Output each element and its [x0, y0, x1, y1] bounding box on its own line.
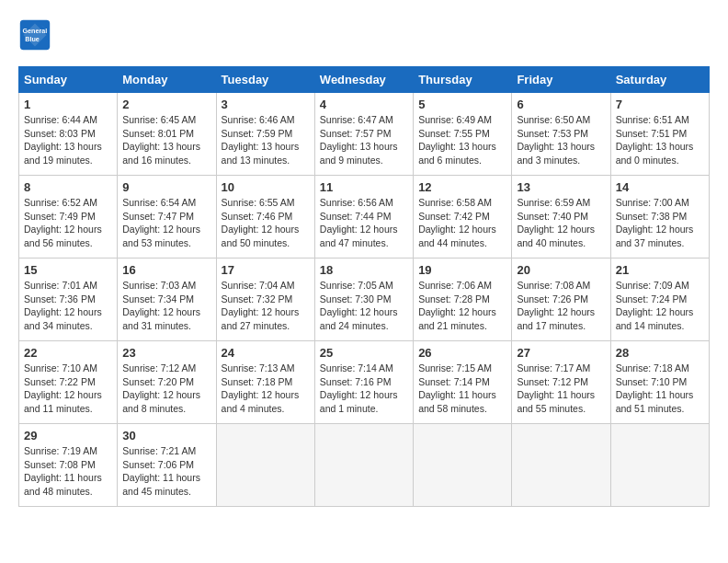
calendar-cell: 15Sunrise: 7:01 AM Sunset: 7:36 PM Dayli…	[19, 259, 118, 341]
calendar-cell: 17Sunrise: 7:04 AM Sunset: 7:32 PM Dayli…	[216, 259, 314, 341]
day-info: Sunrise: 6:52 AM Sunset: 7:49 PM Dayligh…	[24, 196, 112, 250]
calendar-cell: 26Sunrise: 7:15 AM Sunset: 7:14 PM Dayli…	[414, 341, 512, 424]
day-info: Sunrise: 7:05 AM Sunset: 7:30 PM Dayligh…	[320, 279, 408, 333]
calendar-cell: 10Sunrise: 6:55 AM Sunset: 7:46 PM Dayli…	[216, 176, 314, 259]
day-number: 4	[320, 98, 408, 111]
calendar-cell: 25Sunrise: 7:14 AM Sunset: 7:16 PM Dayli…	[314, 341, 413, 424]
calendar-cell: 13Sunrise: 6:59 AM Sunset: 7:40 PM Dayli…	[512, 176, 610, 259]
day-info: Sunrise: 7:01 AM Sunset: 7:36 PM Dayligh…	[24, 279, 112, 333]
weekday-header-row: SundayMondayTuesdayWednesdayThursdayFrid…	[19, 67, 710, 93]
calendar-cell: 14Sunrise: 7:00 AM Sunset: 7:38 PM Dayli…	[610, 176, 709, 259]
day-info: Sunrise: 7:19 AM Sunset: 7:08 PM Dayligh…	[24, 444, 112, 499]
day-number: 10	[222, 180, 310, 194]
day-info: Sunrise: 6:45 AM Sunset: 8:01 PM Dayligh…	[122, 113, 210, 167]
weekday-header-sunday: Sunday	[19, 67, 118, 93]
day-number: 25	[320, 346, 408, 360]
calendar-cell: 12Sunrise: 6:58 AM Sunset: 7:42 PM Dayli…	[414, 176, 512, 259]
day-number: 22	[24, 346, 112, 360]
day-number: 27	[517, 346, 605, 360]
day-info: Sunrise: 6:46 AM Sunset: 7:59 PM Dayligh…	[222, 113, 310, 167]
calendar-cell: 30Sunrise: 7:21 AM Sunset: 7:06 PM Dayli…	[118, 424, 216, 507]
day-number: 18	[320, 263, 408, 277]
day-info: Sunrise: 7:04 AM Sunset: 7:32 PM Dayligh…	[222, 279, 310, 333]
day-number: 15	[24, 263, 112, 277]
calendar-cell: 8Sunrise: 6:52 AM Sunset: 7:49 PM Daylig…	[19, 176, 118, 259]
day-info: Sunrise: 6:59 AM Sunset: 7:40 PM Dayligh…	[517, 196, 605, 250]
day-info: Sunrise: 6:49 AM Sunset: 7:55 PM Dayligh…	[418, 113, 506, 167]
calendar-cell	[512, 424, 610, 507]
weekday-header-monday: Monday	[118, 67, 216, 93]
calendar-cell	[216, 424, 314, 507]
weekday-header-friday: Friday	[512, 67, 610, 93]
page-header: General Blue	[18, 18, 710, 52]
weekday-header-thursday: Thursday	[414, 67, 512, 93]
day-number: 9	[122, 180, 210, 194]
calendar-cell: 6Sunrise: 6:50 AM Sunset: 7:53 PM Daylig…	[512, 93, 610, 176]
calendar-cell: 3Sunrise: 6:46 AM Sunset: 7:59 PM Daylig…	[216, 93, 314, 176]
day-number: 6	[517, 98, 605, 111]
calendar-cell: 19Sunrise: 7:06 AM Sunset: 7:28 PM Dayli…	[414, 259, 512, 341]
calendar-cell	[314, 424, 413, 507]
day-number: 23	[122, 346, 210, 360]
calendar-cell: 18Sunrise: 7:05 AM Sunset: 7:30 PM Dayli…	[314, 259, 413, 341]
day-number: 5	[418, 98, 506, 111]
day-info: Sunrise: 6:56 AM Sunset: 7:44 PM Dayligh…	[320, 196, 408, 250]
calendar-cell	[610, 424, 709, 507]
day-number: 12	[418, 180, 506, 194]
day-info: Sunrise: 6:51 AM Sunset: 7:51 PM Dayligh…	[616, 113, 704, 167]
svg-text:Blue: Blue	[25, 35, 40, 43]
calendar-cell: 22Sunrise: 7:10 AM Sunset: 7:22 PM Dayli…	[19, 341, 118, 424]
day-info: Sunrise: 7:12 AM Sunset: 7:20 PM Dayligh…	[122, 362, 210, 416]
calendar-cell: 27Sunrise: 7:17 AM Sunset: 7:12 PM Dayli…	[512, 341, 610, 424]
day-number: 19	[418, 263, 506, 277]
day-number: 1	[24, 98, 112, 111]
weekday-header-tuesday: Tuesday	[216, 67, 314, 93]
day-number: 29	[24, 429, 112, 442]
day-info: Sunrise: 6:54 AM Sunset: 7:47 PM Dayligh…	[122, 196, 210, 250]
day-info: Sunrise: 7:18 AM Sunset: 7:10 PM Dayligh…	[616, 362, 704, 416]
day-number: 14	[616, 180, 704, 194]
day-number: 20	[517, 263, 605, 277]
calendar-cell: 4Sunrise: 6:47 AM Sunset: 7:57 PM Daylig…	[314, 93, 413, 176]
day-number: 26	[418, 346, 506, 360]
calendar-cell: 20Sunrise: 7:08 AM Sunset: 7:26 PM Dayli…	[512, 259, 610, 341]
weekday-header-wednesday: Wednesday	[314, 67, 413, 93]
day-info: Sunrise: 7:09 AM Sunset: 7:24 PM Dayligh…	[616, 279, 704, 333]
day-number: 7	[616, 98, 704, 111]
svg-text:General: General	[23, 27, 48, 35]
day-number: 16	[122, 263, 210, 277]
day-info: Sunrise: 7:06 AM Sunset: 7:28 PM Dayligh…	[418, 279, 506, 333]
day-info: Sunrise: 6:44 AM Sunset: 8:03 PM Dayligh…	[24, 113, 112, 167]
calendar-cell: 29Sunrise: 7:19 AM Sunset: 7:08 PM Dayli…	[19, 424, 118, 507]
calendar-week-row: 15Sunrise: 7:01 AM Sunset: 7:36 PM Dayli…	[19, 259, 710, 341]
day-info: Sunrise: 7:17 AM Sunset: 7:12 PM Dayligh…	[517, 362, 605, 416]
day-info: Sunrise: 7:15 AM Sunset: 7:14 PM Dayligh…	[418, 362, 506, 416]
calendar-cell: 7Sunrise: 6:51 AM Sunset: 7:51 PM Daylig…	[610, 93, 709, 176]
day-info: Sunrise: 7:00 AM Sunset: 7:38 PM Dayligh…	[616, 196, 704, 250]
day-number: 21	[616, 263, 704, 277]
calendar-cell: 21Sunrise: 7:09 AM Sunset: 7:24 PM Dayli…	[610, 259, 709, 341]
day-info: Sunrise: 7:21 AM Sunset: 7:06 PM Dayligh…	[122, 444, 210, 499]
calendar-week-row: 8Sunrise: 6:52 AM Sunset: 7:49 PM Daylig…	[19, 176, 710, 259]
day-info: Sunrise: 6:55 AM Sunset: 7:46 PM Dayligh…	[222, 196, 310, 250]
day-info: Sunrise: 7:10 AM Sunset: 7:22 PM Dayligh…	[24, 362, 112, 416]
day-number: 24	[222, 346, 310, 360]
calendar-cell: 11Sunrise: 6:56 AM Sunset: 7:44 PM Dayli…	[314, 176, 413, 259]
calendar-cell: 9Sunrise: 6:54 AM Sunset: 7:47 PM Daylig…	[118, 176, 216, 259]
day-info: Sunrise: 7:13 AM Sunset: 7:18 PM Dayligh…	[222, 362, 310, 416]
calendar-cell: 5Sunrise: 6:49 AM Sunset: 7:55 PM Daylig…	[414, 93, 512, 176]
day-number: 8	[24, 180, 112, 194]
weekday-header-saturday: Saturday	[610, 67, 709, 93]
logo: General Blue	[18, 18, 55, 52]
calendar-cell: 16Sunrise: 7:03 AM Sunset: 7:34 PM Dayli…	[118, 259, 216, 341]
calendar-week-row: 29Sunrise: 7:19 AM Sunset: 7:08 PM Dayli…	[19, 424, 710, 507]
calendar-cell: 28Sunrise: 7:18 AM Sunset: 7:10 PM Dayli…	[610, 341, 709, 424]
day-info: Sunrise: 7:08 AM Sunset: 7:26 PM Dayligh…	[517, 279, 605, 333]
calendar-cell: 24Sunrise: 7:13 AM Sunset: 7:18 PM Dayli…	[216, 341, 314, 424]
calendar-cell: 23Sunrise: 7:12 AM Sunset: 7:20 PM Dayli…	[118, 341, 216, 424]
calendar-table: SundayMondayTuesdayWednesdayThursdayFrid…	[18, 66, 710, 507]
calendar-cell	[414, 424, 512, 507]
day-info: Sunrise: 6:58 AM Sunset: 7:42 PM Dayligh…	[418, 196, 506, 250]
day-info: Sunrise: 7:03 AM Sunset: 7:34 PM Dayligh…	[122, 279, 210, 333]
calendar-cell: 2Sunrise: 6:45 AM Sunset: 8:01 PM Daylig…	[118, 93, 216, 176]
